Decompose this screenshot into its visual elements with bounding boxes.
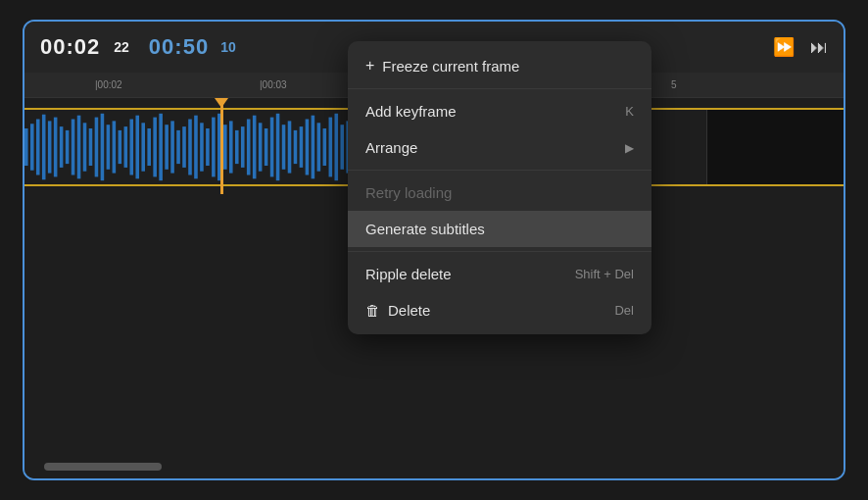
add-keyframe-shortcut: K — [625, 104, 634, 119]
menu-item-ripple-delete-label: Ripple delete — [365, 266, 452, 282]
timecode-secondary-frames: 10 — [220, 39, 236, 55]
svg-rect-46 — [294, 130, 298, 164]
svg-rect-39 — [253, 116, 257, 179]
svg-rect-27 — [182, 126, 186, 168]
svg-rect-5 — [54, 118, 58, 177]
svg-rect-47 — [300, 126, 304, 168]
menu-divider-1 — [348, 88, 651, 89]
svg-rect-37 — [241, 126, 245, 168]
ripple-delete-shortcut: Shift + Del — [575, 267, 634, 281]
menu-item-delete[interactable]: 🗑 Delete Del — [348, 292, 651, 328]
svg-rect-49 — [312, 116, 315, 179]
menu-item-arrange-label: Arrange — [365, 139, 417, 156]
plus-icon: + — [365, 57, 374, 75]
svg-rect-4 — [48, 121, 52, 173]
svg-rect-50 — [317, 123, 321, 171]
svg-rect-9 — [77, 116, 81, 179]
transport-controls: ⏩ ⏭ — [773, 38, 828, 56]
menu-item-delete-label: Delete — [388, 302, 430, 319]
timeline-scrollbar[interactable] — [44, 463, 162, 471]
svg-rect-40 — [259, 123, 263, 171]
svg-rect-34 — [223, 125, 227, 170]
svg-rect-54 — [340, 125, 344, 170]
svg-rect-16 — [119, 130, 122, 164]
menu-item-retry-loading: Retry loading — [348, 175, 651, 211]
svg-rect-17 — [124, 126, 128, 168]
timecode-frames: 22 — [114, 39, 129, 55]
svg-rect-7 — [66, 130, 70, 164]
svg-rect-21 — [147, 128, 151, 166]
track-dark-section — [706, 110, 844, 184]
svg-rect-11 — [89, 128, 93, 166]
svg-rect-53 — [334, 114, 338, 180]
ruler-mark-3: 5 — [671, 79, 677, 90]
timecode-primary: 00:02 — [40, 34, 100, 60]
menu-item-generate-subtitles-label: Generate subtitles — [365, 221, 485, 237]
menu-divider-2 — [348, 170, 651, 171]
svg-rect-18 — [129, 120, 133, 175]
svg-rect-14 — [107, 125, 111, 170]
ruler-mark-1: |00:02 — [95, 79, 122, 90]
menu-item-add-keyframe-label: Add keyframe — [365, 103, 457, 120]
svg-rect-36 — [235, 130, 239, 164]
arrange-arrow-icon: ▶ — [625, 141, 634, 155]
svg-rect-31 — [206, 128, 210, 166]
svg-rect-25 — [170, 121, 174, 173]
menu-item-arrange[interactable]: Arrange ▶ — [348, 129, 651, 166]
trash-icon: 🗑 — [365, 302, 380, 319]
svg-rect-15 — [113, 121, 117, 173]
svg-rect-35 — [229, 121, 233, 173]
svg-rect-44 — [282, 125, 286, 170]
svg-rect-19 — [135, 116, 139, 179]
svg-rect-30 — [200, 123, 204, 171]
svg-rect-10 — [83, 123, 87, 171]
svg-rect-52 — [329, 118, 333, 177]
menu-item-generate-subtitles[interactable]: Generate subtitles — [348, 211, 651, 247]
menu-item-ripple-delete[interactable]: Ripple delete Shift + Del — [348, 256, 651, 292]
svg-rect-20 — [141, 123, 145, 171]
ruler-mark-2: |00:03 — [260, 79, 287, 90]
svg-rect-43 — [276, 114, 280, 180]
playhead — [220, 100, 223, 194]
skip-end-button[interactable]: ⏭ — [810, 38, 828, 56]
svg-rect-1 — [30, 124, 34, 171]
svg-rect-3 — [42, 115, 46, 180]
timecode-secondary: 00:50 — [149, 34, 209, 60]
svg-rect-41 — [265, 128, 268, 166]
app-window: 00:02 22 00:50 10 ⏩ ⏭ |00:02 |00:03 5 — [23, 20, 845, 480]
delete-shortcut: Del — [614, 303, 634, 318]
svg-rect-0 — [24, 128, 28, 166]
svg-rect-45 — [288, 121, 292, 173]
svg-rect-38 — [247, 120, 251, 175]
svg-rect-13 — [101, 114, 105, 180]
context-menu: + Freeze current frame Add keyframe K Ar… — [348, 41, 651, 334]
svg-rect-2 — [36, 120, 40, 175]
svg-rect-29 — [194, 116, 198, 179]
svg-rect-51 — [323, 128, 327, 166]
svg-rect-42 — [270, 118, 274, 177]
menu-divider-3 — [348, 251, 651, 252]
fast-forward-button[interactable]: ⏩ — [773, 38, 795, 56]
svg-rect-12 — [95, 118, 99, 177]
svg-rect-24 — [165, 125, 169, 170]
svg-rect-48 — [306, 120, 310, 175]
svg-rect-26 — [176, 130, 180, 164]
svg-rect-28 — [188, 120, 192, 175]
svg-rect-23 — [159, 114, 163, 180]
svg-rect-6 — [60, 126, 64, 168]
menu-item-freeze-frame-label: Freeze current frame — [382, 58, 519, 75]
menu-item-freeze-frame[interactable]: + Freeze current frame — [348, 47, 651, 84]
menu-item-add-keyframe[interactable]: Add keyframe K — [348, 93, 651, 129]
svg-rect-22 — [153, 118, 157, 177]
menu-item-retry-loading-label: Retry loading — [365, 184, 452, 201]
svg-rect-8 — [72, 120, 75, 175]
svg-rect-32 — [212, 118, 216, 177]
